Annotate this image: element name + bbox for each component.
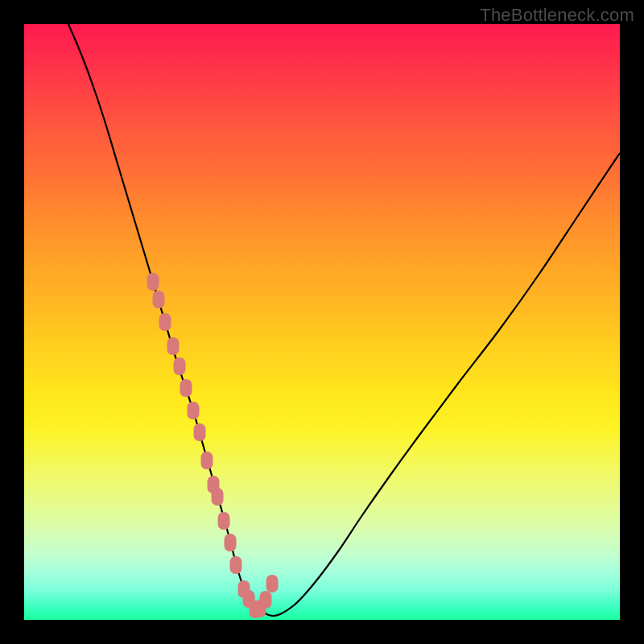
curve-marker	[212, 488, 224, 506]
curve-marker	[201, 452, 213, 469]
curve-marker	[230, 556, 242, 574]
curve-marker	[167, 337, 180, 355]
curve-marker	[153, 291, 165, 308]
curve-marker	[188, 402, 200, 419]
curve-marker	[260, 591, 272, 609]
curve-marker	[180, 379, 192, 397]
curve-marker	[147, 273, 159, 291]
bottleneck-curve	[68, 24, 620, 616]
curve-marker	[159, 313, 171, 331]
plot-area	[24, 24, 620, 620]
chart-frame: TheBottleneck.com	[0, 0, 644, 644]
curve-marker	[174, 357, 186, 375]
curve-marker	[266, 575, 279, 592]
watermark-text: TheBottleneck.com	[480, 5, 634, 26]
curve-marker	[218, 512, 230, 530]
curve-marker	[194, 423, 206, 441]
curve-marker	[225, 534, 237, 551]
curve-layer	[24, 24, 620, 620]
